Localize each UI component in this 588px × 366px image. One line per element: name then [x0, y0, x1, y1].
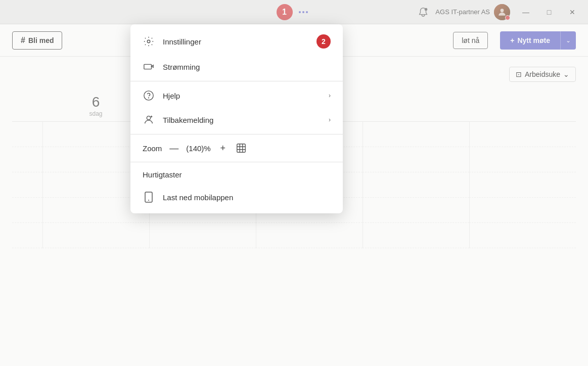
svg-rect-3: [144, 64, 152, 69]
zoom-plus-button[interactable]: +: [217, 143, 229, 154]
svg-point-5: [149, 98, 149, 98]
help-label: Hjelp: [163, 92, 321, 100]
zoom-row: Zoom — (140)% +: [130, 136, 343, 160]
zoom-value: (140)%: [186, 144, 210, 153]
download-label: Last ned mobilappen: [163, 193, 331, 202]
feedback-icon: [143, 114, 155, 126]
download-app-menu-item[interactable]: Last ned mobilappen: [130, 185, 343, 209]
shortcuts-label: Hurtigtaster: [143, 170, 182, 179]
divider-2: [130, 134, 343, 134]
svg-point-2: [147, 40, 150, 43]
zoom-fit-button[interactable]: [235, 143, 247, 154]
settings-menu-item[interactable]: Innstillinger 2: [130, 28, 343, 55]
svg-point-6: [147, 116, 150, 120]
shortcuts-menu-item[interactable]: Hurtigtaster: [130, 164, 343, 185]
feedback-menu-item[interactable]: Tilbakemelding ›: [130, 108, 343, 132]
help-icon: [143, 89, 155, 102]
streaming-icon: [143, 61, 155, 73]
zoom-label: Zoom: [143, 144, 162, 153]
settings-icon: [143, 35, 155, 48]
streaming-label: Strømming: [163, 63, 331, 71]
help-menu-item[interactable]: Hjelp ›: [130, 83, 343, 108]
feedback-arrow-icon: ›: [329, 116, 331, 123]
mobile-icon: [143, 191, 155, 203]
svg-point-4: [144, 91, 153, 100]
divider-1: [130, 81, 343, 81]
streaming-menu-item[interactable]: Strømming: [130, 55, 343, 79]
badge-2: 2: [316, 34, 331, 49]
svg-rect-7: [237, 144, 245, 153]
help-arrow-icon: ›: [329, 92, 331, 99]
feedback-label: Tilbakemelding: [163, 116, 321, 124]
dropdown-menu: Innstillinger 2 Strømming Hjelp ›: [130, 24, 343, 213]
zoom-minus-button[interactable]: —: [168, 143, 180, 154]
settings-label: Innstillinger: [163, 37, 306, 46]
divider-3: [130, 162, 343, 162]
